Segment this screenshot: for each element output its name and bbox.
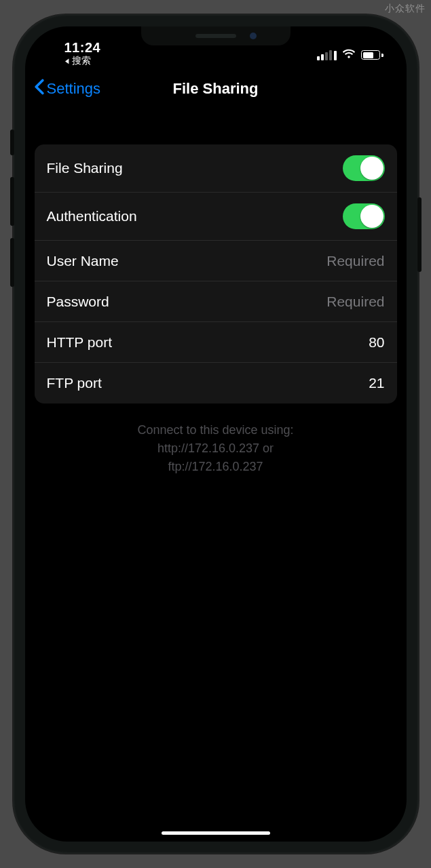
connection-info-line2: http://172.16.0.237 or — [52, 439, 379, 458]
phone-screen: 11:24 搜索 ! — [25, 26, 407, 842]
password-label: Password — [47, 294, 109, 310]
file-sharing-label: File Sharing — [47, 160, 123, 176]
status-back-to-app[interactable]: 搜索 — [64, 56, 318, 66]
mute-switch — [10, 130, 14, 155]
authentication-label: Authentication — [47, 208, 137, 224]
http-port-value[interactable]: 80 — [369, 334, 384, 351]
authentication-toggle[interactable] — [343, 203, 385, 229]
back-button[interactable]: Settings — [33, 79, 101, 99]
power-button — [417, 197, 421, 272]
phone-frame: 11:24 搜索 ! — [13, 14, 419, 854]
nav-bar: Settings File Sharing — [25, 67, 407, 111]
chevron-left-icon — [33, 79, 45, 99]
notch — [141, 26, 291, 45]
cellular-signal-icon: ! — [317, 50, 337, 60]
ftp-port-value[interactable]: 21 — [369, 375, 384, 391]
ftp-port-label: FTP port — [47, 375, 102, 391]
connection-info-line3: ftp://172.16.0.237 — [52, 458, 379, 476]
row-http-port[interactable]: HTTP port 80 — [35, 322, 397, 363]
row-username[interactable]: User Name Required — [35, 241, 397, 281]
row-file-sharing: File Sharing — [35, 144, 397, 193]
watermark-text: 小众软件 — [385, 3, 426, 15]
row-password[interactable]: Password Required — [35, 281, 397, 322]
http-port-label: HTTP port — [47, 334, 112, 351]
settings-group: File Sharing Authentication User Name Re… — [35, 144, 397, 403]
connection-info-line1: Connect to this device using: — [52, 421, 379, 439]
row-authentication: Authentication — [35, 193, 397, 241]
back-label: Settings — [47, 80, 101, 98]
connection-info: Connect to this device using: http://172… — [25, 421, 407, 476]
page-title: File Sharing — [173, 80, 259, 98]
volume-down-button — [10, 238, 14, 287]
row-ftp-port[interactable]: FTP port 21 — [35, 363, 397, 403]
file-sharing-toggle[interactable] — [343, 155, 385, 181]
username-label: User Name — [47, 253, 119, 269]
username-field[interactable]: Required — [326, 253, 384, 269]
battery-icon — [361, 50, 383, 60]
home-indicator[interactable] — [162, 831, 270, 835]
password-field[interactable]: Required — [326, 294, 384, 310]
wifi-icon — [342, 47, 356, 63]
volume-up-button — [10, 177, 14, 226]
